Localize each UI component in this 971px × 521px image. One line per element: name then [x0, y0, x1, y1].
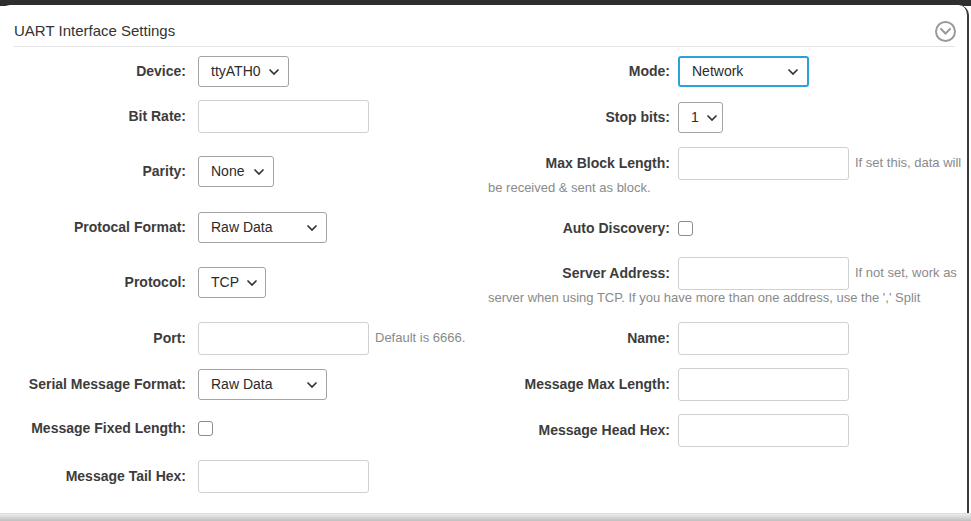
title-divider	[14, 46, 955, 47]
device-label: Device:	[0, 63, 186, 80]
form-row-port: Port:Default is 6666.	[0, 322, 486, 355]
form-row-message-tail-hex: Message Tail Hex:	[0, 460, 486, 493]
chevron-down-icon	[247, 280, 257, 286]
form-row-protocol: Protocol:TCP	[0, 267, 486, 298]
server-address-label: Server Address:	[488, 265, 670, 282]
message-max-length-input[interactable]	[678, 368, 849, 401]
message-max-length-label: Message Max Length:	[488, 376, 670, 393]
message-tail-hex-input[interactable]	[198, 460, 369, 493]
form-row-max-block-length: Max Block Length:If set this, data will …	[488, 147, 968, 197]
collapse-panel-button[interactable]	[935, 21, 956, 42]
page-title: UART Interface Settings	[14, 22, 175, 39]
uart-settings-page: UART Interface Settings Device:ttyATH0 B…	[0, 0, 971, 521]
form-row-message-max-length: Message Max Length:	[488, 368, 968, 401]
form-row-bit-rate: Bit Rate:	[0, 100, 486, 133]
form-row-message-head-hex: Message Head Hex:	[488, 414, 968, 447]
form-row-protocal-format: Protocal Format:Raw Data	[0, 212, 486, 243]
mode-select[interactable]: Network	[678, 56, 809, 87]
protocal-format-label: Protocal Format:	[0, 219, 186, 236]
bit-rate-label: Bit Rate:	[0, 108, 186, 125]
bit-rate-input[interactable]	[198, 100, 369, 133]
chevron-down-circle-icon	[940, 28, 951, 35]
form-row-name: Name:	[488, 322, 968, 355]
parity-select[interactable]: None	[198, 156, 274, 187]
name-label: Name:	[488, 330, 670, 347]
device-select[interactable]: ttyATH0	[198, 56, 289, 87]
message-tail-hex-label: Message Tail Hex:	[0, 468, 186, 485]
form-row-parity: Parity:None	[0, 156, 486, 187]
auto-discovery-checkbox[interactable]	[678, 221, 693, 236]
message-fixed-length-checkbox[interactable]	[198, 421, 213, 436]
form-row-mode: Mode:Network	[488, 56, 968, 87]
protocol-select[interactable]: TCP	[198, 267, 266, 298]
name-input[interactable]	[678, 322, 849, 355]
serial-message-format-label: Serial Message Format:	[0, 376, 186, 393]
port-input[interactable]	[198, 322, 369, 355]
max-block-length-label: Max Block Length:	[488, 155, 670, 172]
stop-bits-select[interactable]: 1	[678, 102, 723, 133]
chevron-down-icon	[254, 169, 264, 175]
chevron-down-icon	[788, 69, 798, 75]
max-block-length-input[interactable]	[678, 147, 849, 180]
chevron-down-icon	[707, 115, 717, 121]
form-row-server-address: Server Address:If not set, work as serve…	[488, 257, 968, 307]
port-hint: Default is 6666.	[375, 330, 465, 345]
form-row-device: Device:ttyATH0	[0, 56, 486, 87]
form-row-auto-discovery: Auto Discovery:	[488, 220, 968, 237]
form-row-message-fixed-length: Message Fixed Length:	[0, 420, 486, 437]
auto-discovery-label: Auto Discovery:	[488, 220, 670, 237]
message-head-hex-label: Message Head Hex:	[488, 422, 670, 439]
server-address-input[interactable]	[678, 257, 849, 290]
bottom-strip	[0, 513, 971, 521]
mode-label: Mode:	[488, 63, 670, 80]
port-label: Port:	[0, 330, 186, 347]
chevron-down-icon	[307, 225, 317, 231]
protocal-format-select[interactable]: Raw Data	[198, 212, 327, 243]
parity-label: Parity:	[0, 163, 186, 180]
form-row-serial-message-format: Serial Message Format:Raw Data	[0, 369, 486, 400]
serial-message-format-select[interactable]: Raw Data	[198, 369, 327, 400]
message-head-hex-input[interactable]	[678, 414, 849, 447]
form-row-stop-bits: Stop bits:1	[488, 102, 968, 133]
chevron-down-icon	[269, 69, 279, 75]
stop-bits-label: Stop bits:	[488, 109, 670, 126]
message-fixed-length-label: Message Fixed Length:	[0, 420, 186, 437]
protocol-label: Protocol:	[0, 274, 186, 291]
chevron-down-icon	[307, 382, 317, 388]
